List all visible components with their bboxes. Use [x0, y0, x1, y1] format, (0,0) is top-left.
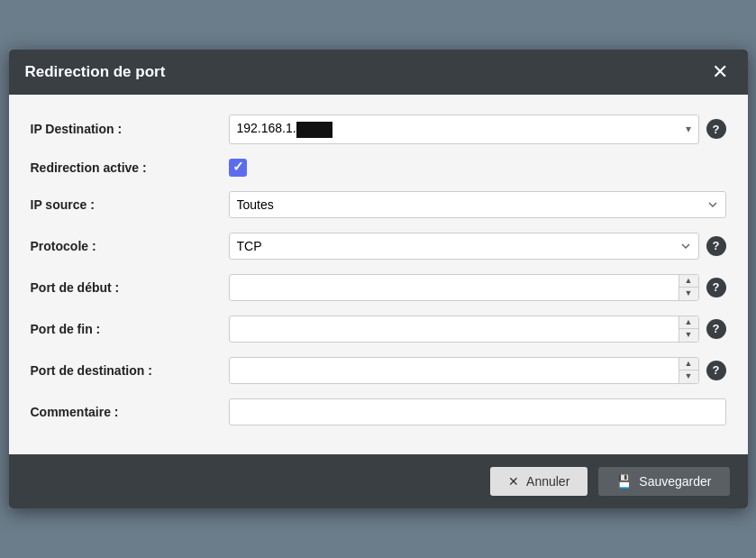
ip-source-control: Toutes 192.168.1.0/24 Autre — [229, 191, 726, 218]
ip-source-row: IP source : Toutes 192.168.1.0/24 Autre — [31, 191, 726, 218]
modal-overlay: Redirection de port ✕ IP Destination : 1… — [0, 0, 756, 558]
port-end-spinner: 443 ▲ ▼ — [229, 316, 699, 343]
port-destination-control: 443 ▲ ▼ ? — [229, 357, 726, 384]
port-start-label: Port de début : — [31, 280, 229, 295]
port-destination-help-icon[interactable]: ? — [706, 361, 726, 380]
cancel-button[interactable]: ✕ Annuler — [490, 467, 587, 496]
chevron-down-icon: ▾ — [686, 123, 691, 135]
ip-destination-row: IP Destination : 192.168.1. ▾ ? — [31, 114, 726, 143]
protocol-help-icon[interactable]: ? — [706, 236, 726, 256]
ip-destination-control: 192.168.1. ▾ ? — [229, 114, 726, 143]
port-end-arrows: ▲ ▼ — [679, 316, 698, 342]
port-end-help-icon[interactable]: ? — [706, 319, 726, 339]
ip-source-select[interactable]: Toutes 192.168.1.0/24 Autre — [229, 191, 726, 218]
port-start-spinner: 443 ▲ ▼ — [229, 274, 699, 301]
port-redirection-modal: Redirection de port ✕ IP Destination : 1… — [9, 50, 748, 508]
ip-destination-help-icon[interactable]: ? — [706, 119, 726, 139]
modal-body: IP Destination : 192.168.1. ▾ ? Redirect… — [9, 95, 748, 453]
port-end-input[interactable]: 443 — [230, 316, 679, 342]
port-start-down-button[interactable]: ▼ — [679, 288, 698, 300]
ip-destination-value: 192.168.1. — [237, 121, 332, 137]
ip-source-label: IP source : — [31, 197, 229, 212]
port-destination-input[interactable]: 443 — [230, 358, 679, 383]
redirection-active-label: Redirection active : — [31, 160, 229, 175]
port-end-label: Port de fin : — [31, 322, 229, 336]
redirection-active-row: Redirection active : — [31, 159, 726, 177]
modal-title: Redirection de port — [25, 63, 166, 81]
protocol-label: Protocole : — [31, 239, 229, 253]
port-destination-row: Port de destination : 443 ▲ ▼ ? — [31, 357, 726, 384]
comment-control: Redirection HTTPS Nextcloud — [229, 398, 726, 425]
protocol-select[interactable]: TCP UDP TCP+UDP — [229, 233, 699, 260]
save-button[interactable]: 💾 Sauvegarder — [598, 467, 729, 496]
protocol-control: TCP UDP TCP+UDP ? — [229, 233, 726, 260]
port-destination-label: Port de destination : — [31, 363, 229, 378]
port-destination-down-button[interactable]: ▼ — [679, 370, 698, 383]
port-destination-arrows: ▲ ▼ — [679, 358, 698, 383]
port-start-row: Port de début : 443 ▲ ▼ ? — [31, 274, 726, 301]
modal-header: Redirection de port ✕ — [9, 50, 748, 95]
port-start-arrows: ▲ ▼ — [679, 275, 698, 300]
modal-footer: ✕ Annuler 💾 Sauvegarder — [9, 454, 748, 508]
save-label: Sauvegarder — [639, 474, 711, 489]
port-destination-up-button[interactable]: ▲ — [679, 358, 698, 371]
port-start-help-icon[interactable]: ? — [706, 278, 726, 297]
comment-input[interactable]: Redirection HTTPS Nextcloud — [229, 398, 726, 425]
redirection-active-control — [229, 159, 726, 177]
port-start-control: 443 ▲ ▼ ? — [229, 274, 726, 301]
redirection-active-checkbox-wrap — [229, 159, 247, 177]
comment-row: Commentaire : Redirection HTTPS Nextclou… — [31, 398, 726, 425]
protocol-row: Protocole : TCP UDP TCP+UDP ? — [31, 233, 726, 260]
cancel-label: Annuler — [526, 474, 569, 489]
ip-destination-field[interactable]: 192.168.1. ▾ — [229, 114, 699, 143]
cancel-icon: ✕ — [508, 474, 519, 489]
port-end-up-button[interactable]: ▲ — [679, 316, 698, 330]
port-end-row: Port de fin : 443 ▲ ▼ ? — [31, 316, 726, 343]
redirection-active-checkbox[interactable] — [229, 159, 247, 177]
ip-destination-label: IP Destination : — [31, 122, 229, 136]
port-destination-spinner: 443 ▲ ▼ — [229, 357, 699, 384]
close-button[interactable]: ✕ — [708, 62, 732, 82]
save-icon: 💾 — [616, 474, 632, 489]
port-end-control: 443 ▲ ▼ ? — [229, 316, 726, 343]
port-end-down-button[interactable]: ▼ — [679, 329, 698, 342]
port-start-up-button[interactable]: ▲ — [679, 275, 698, 288]
ip-redacted — [296, 122, 332, 138]
comment-label: Commentaire : — [31, 405, 229, 419]
port-start-input[interactable]: 443 — [230, 275, 679, 300]
